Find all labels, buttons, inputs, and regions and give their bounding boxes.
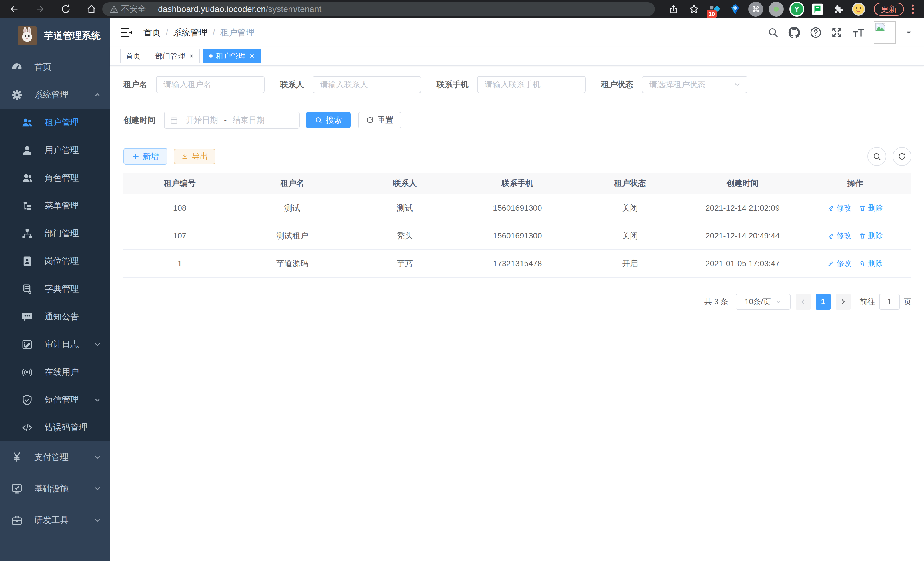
col-header-phone: 联系手机 (461, 178, 574, 189)
avatar-dropdown-caret-icon[interactable] (905, 29, 913, 36)
sidebar-item-sms[interactable]: 短信管理 (0, 386, 110, 414)
extension-y-logo[interactable]: Y (789, 1, 805, 17)
contact-input[interactable] (313, 76, 421, 93)
browser-toolbar: 不安全 dashboard.yudao.iocoder.cn/system/te… (0, 0, 924, 18)
cell-created: 2021-12-14 20:49:44 (686, 231, 799, 241)
share-button[interactable] (665, 1, 682, 17)
delete-tenant-link[interactable]: 删除 (859, 203, 883, 213)
sidebar-logo[interactable]: 芋道管理系统 (0, 18, 110, 53)
browser-back-button[interactable] (6, 1, 22, 17)
security-label[interactable]: 不安全 (121, 3, 146, 15)
table-row[interactable]: 1 芋道源码 芋艿 17321315478 开启 2021-01-05 17:0… (123, 250, 911, 278)
extension-kite[interactable] (727, 1, 743, 17)
sidebar-item-menu[interactable]: 菜单管理 (0, 192, 110, 220)
page-content: 租户名 联系人 联系手机 租户状态 请选择租户状态 (110, 66, 924, 561)
tab-home[interactable]: 首页 (120, 49, 146, 63)
filter-label: 联系手机 (436, 79, 469, 90)
phone-input[interactable] (477, 76, 586, 93)
tab-tenant[interactable]: 租户管理 (203, 49, 261, 63)
user-avatar[interactable] (874, 21, 896, 44)
font-size-button[interactable] (852, 26, 865, 39)
edit-tenant-link[interactable]: 修改 (827, 231, 851, 241)
extensions-menu-button[interactable] (830, 1, 846, 17)
sidebar-item-user[interactable]: 用户管理 (0, 136, 110, 164)
pencil-icon (827, 205, 834, 212)
sidebar-item-notice[interactable]: 通知公告 (0, 303, 110, 331)
sidebar-item-error-code[interactable]: 错误码管理 (0, 414, 110, 441)
chrome-update-button[interactable]: 更新 (874, 3, 904, 16)
fullscreen-button[interactable] (831, 27, 843, 39)
badge-icon (21, 255, 33, 267)
briefcase-icon (11, 514, 23, 526)
refresh-table-button[interactable] (892, 147, 911, 166)
monitor-icon (11, 483, 23, 495)
browser-home-button[interactable] (83, 1, 99, 17)
sidebar-collapse-button[interactable] (120, 26, 133, 39)
sidebar-item-dept[interactable]: 部门管理 (0, 220, 110, 247)
sidebar-item-infra[interactable]: 基础设施 (0, 473, 110, 504)
add-tenant-button[interactable]: 新增 (123, 148, 167, 165)
date-range-separator: - (224, 116, 227, 125)
sidebar-item-post[interactable]: 岗位管理 (0, 247, 110, 275)
sidebar-item-label: 支付管理 (34, 451, 93, 463)
close-icon[interactable] (249, 53, 255, 59)
prev-page-button[interactable] (796, 294, 811, 310)
edit-tenant-link[interactable]: 修改 (827, 259, 851, 268)
delete-tenant-link[interactable]: 删除 (859, 231, 883, 241)
chrome-menu-button[interactable] (908, 1, 918, 17)
next-page-button[interactable] (836, 294, 850, 310)
page-number-1[interactable]: 1 (816, 294, 831, 310)
extension-recorder[interactable] (768, 1, 784, 17)
sidebar-item-label: 首页 (34, 61, 102, 73)
end-date-input[interactable] (227, 116, 270, 125)
browser-reload-button[interactable] (58, 1, 74, 17)
extension-command[interactable] (747, 1, 764, 17)
table-row[interactable]: 108 测试 测试 15601691300 关闭 2021-12-14 21:0… (123, 194, 911, 222)
cell-created: 2021-12-14 21:02:09 (686, 204, 799, 213)
tab-dept[interactable]: 部门管理 (150, 49, 200, 63)
cell-status: 关闭 (574, 230, 686, 241)
header-search-button[interactable] (767, 27, 779, 38)
extension-chat[interactable] (809, 1, 826, 17)
sidebar-item-home[interactable]: 首页 (0, 53, 110, 81)
goto-page-input[interactable] (879, 294, 900, 310)
help-doc-button[interactable] (810, 27, 822, 39)
tenant-name-input[interactable] (156, 76, 265, 93)
toggle-search-button[interactable] (867, 147, 886, 166)
chevron-down-icon (93, 516, 102, 524)
sidebar-item-system[interactable]: 系统管理 (0, 81, 110, 109)
delete-tenant-link[interactable]: 删除 (859, 259, 883, 268)
export-button[interactable]: 导出 (174, 149, 215, 164)
sidebar-item-dict[interactable]: 字典管理 (0, 275, 110, 303)
sidebar-item-tenant[interactable]: 租户管理 (0, 109, 110, 136)
breadcrumb-system[interactable]: 系统管理 (173, 27, 207, 39)
sidebar-item-payment[interactable]: 支付管理 (0, 441, 110, 473)
reset-button[interactable]: 重置 (358, 112, 401, 128)
sidebar-item-audit-log[interactable]: 审计日志 (0, 331, 110, 358)
url-path[interactable]: /system/tenant (266, 4, 321, 14)
filter-row-1: 租户名 联系人 联系手机 租户状态 请选择租户状态 (123, 76, 911, 93)
table-row[interactable]: 107 测试租户 秃头 15601691300 关闭 2021-12-14 20… (123, 222, 911, 250)
sidebar-item-devtools[interactable]: 研发工具 (0, 504, 110, 536)
close-icon[interactable] (189, 53, 194, 59)
address-bar[interactable]: 不安全 dashboard.yudao.iocoder.cn/system/te… (102, 2, 655, 16)
search-button[interactable]: 搜索 (306, 112, 351, 128)
sidebar-item-online-users[interactable]: 在线用户 (0, 358, 110, 386)
profile-avatar[interactable] (850, 1, 867, 17)
browser-actions: 10 Y 更新 (665, 1, 918, 17)
github-link[interactable] (788, 26, 801, 39)
edit-tenant-link[interactable]: 修改 (827, 203, 851, 213)
create-time-range-picker[interactable]: - (164, 111, 300, 129)
extension-tango[interactable]: 10 (706, 1, 723, 17)
page-size-select[interactable]: 10条/页 (736, 294, 790, 310)
cell-id: 107 (123, 231, 236, 241)
sidebar-item-role[interactable]: 角色管理 (0, 164, 110, 192)
url-host[interactable]: dashboard.yudao.iocoder.cn (158, 4, 266, 14)
filter-label: 联系人 (280, 79, 304, 90)
browser-forward-button[interactable] (32, 1, 48, 17)
start-date-input[interactable] (181, 116, 224, 125)
breadcrumb-home[interactable]: 首页 (143, 27, 160, 39)
forward-icon (35, 4, 45, 14)
status-select[interactable]: 请选择租户状态 (642, 76, 747, 93)
bookmark-button[interactable] (686, 1, 702, 17)
